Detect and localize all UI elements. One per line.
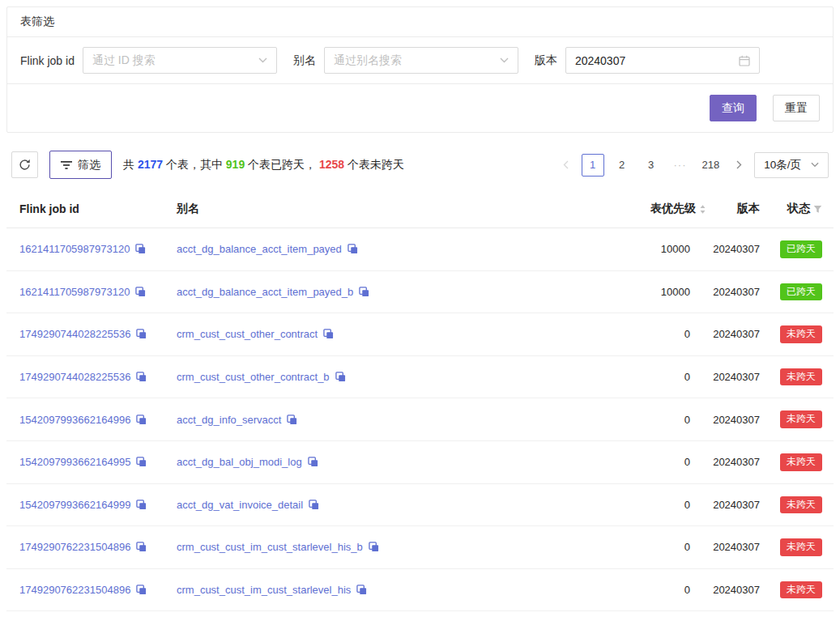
table-row: 1749290866069889024 acct_dg_staff_oper_l… [6,611,834,621]
table-row: 1542097993662164996 acct_dg_info_servacc… [6,398,834,441]
copy-alias-button[interactable] [323,329,334,339]
summary-total-count: 2177 [138,158,163,171]
pagination-page-1[interactable]: 1 [582,154,604,177]
row-priority: 0 [505,526,708,569]
copy-icon [356,585,367,595]
copy-alias-button[interactable] [308,457,318,467]
copy-icon [359,287,369,297]
table-row: 1749290744028225536 crm_cust_cust_other_… [6,313,834,356]
row-id-link[interactable]: 1621411705987973120 [19,243,130,255]
flink-job-id-select[interactable]: 通过 ID 搜索 [83,47,277,74]
row-alias-link[interactable]: acct_dg_info_servacct [177,414,281,426]
query-button[interactable]: 查询 [710,95,757,121]
toolbar: 筛选 共 2177 个表，其中 919 个表已跨天， 1258 个表未跨天 12… [6,151,834,179]
row-id-link[interactable]: 1749290762231504896 [19,541,130,553]
column-header-alias: 别名 [165,190,505,228]
sort-icon[interactable] [699,204,706,215]
copy-alias-button[interactable] [335,372,346,382]
row-version: 20240307 [708,270,765,313]
table-row: 1749290744028225536 crm_cust_cust_other_… [6,355,834,398]
copy-icon [136,500,147,510]
copy-id-button[interactable] [135,244,146,254]
status-badge: 未跨天 [780,325,822,343]
row-alias-link[interactable]: crm_cust_cust_im_cust_starlevel_his [177,584,351,596]
filter-card: 表筛选 Flink job id 通过 ID 搜索 别名 通过别名搜索 [6,6,834,133]
filter-funnel-icon[interactable] [813,205,822,214]
status-badge: 未跨天 [780,410,822,428]
pagination-ellipsis: ··· [669,154,692,177]
row-alias-link[interactable]: acct_dg_balance_acct_item_payed [177,243,342,255]
copy-id-button[interactable] [135,287,146,297]
column-header-version: 版本 [708,190,765,228]
row-alias-link[interactable]: crm_cust_cust_im_cust_starlevel_his_b [177,541,363,553]
refresh-icon [19,159,31,171]
pagination-page-3[interactable]: 3 [640,154,663,177]
pagination-page-218[interactable]: 218 [698,154,724,177]
refresh-button[interactable] [11,151,38,178]
page-size-select[interactable]: 10条/页 [754,152,829,178]
row-alias-link[interactable]: acct_dg_balance_acct_item_payed_b [177,286,353,298]
copy-alias-button[interactable] [287,415,297,425]
row-priority: 0 [505,611,708,621]
copy-id-button[interactable] [136,585,147,595]
row-priority: 10000 [505,228,708,271]
pagination: 123···218 10条/页 [557,152,829,178]
table-row: 1749290762231504896 crm_cust_cust_im_cus… [6,568,834,611]
copy-id-button[interactable] [136,542,147,552]
summary-crossed-count: 919 [226,158,245,171]
status-badge: 已跨天 [780,283,822,301]
pagination-prev-button[interactable] [557,154,575,177]
reset-button[interactable]: 重置 [773,95,820,121]
row-priority: 0 [505,313,708,356]
row-alias-link[interactable]: acct_dg_vat_invoice_detail [177,499,303,511]
copy-alias-button[interactable] [359,287,369,297]
row-id-link[interactable]: 1542097993662164995 [19,456,130,468]
filter-item-alias: 别名 通过别名搜索 [293,47,518,74]
alias-select[interactable]: 通过别名搜索 [324,47,518,74]
filter-toggle-button[interactable]: 筛选 [49,151,112,179]
row-id-link[interactable]: 1749290744028225536 [19,328,130,340]
status-badge: 未跨天 [780,368,822,386]
row-id-link[interactable]: 1749290744028225536 [19,371,130,383]
copy-id-button[interactable] [136,500,147,510]
version-date-input[interactable] [575,54,732,67]
row-id-link[interactable]: 1542097993662164996 [19,414,130,426]
copy-icon [136,457,147,467]
copy-icon [136,542,147,552]
copy-icon [135,287,146,297]
row-alias-link[interactable]: crm_cust_cust_other_contract_b [177,371,330,383]
row-priority: 0 [505,568,708,611]
filter-toggle-label: 筛选 [78,158,100,172]
pagination-page-2[interactable]: 2 [611,154,633,177]
row-id-link[interactable]: 1621411705987973120 [19,286,130,298]
row-id-link[interactable]: 1749290762231504896 [19,584,130,596]
row-priority: 0 [505,355,708,398]
row-version: 20240307 [708,440,765,483]
alias-label: 别名 [293,53,316,68]
column-header-flink-job-id: Flink job id [6,190,165,228]
page: 表筛选 Flink job id 通过 ID 搜索 别名 通过别名搜索 [0,0,840,621]
chevron-right-icon [736,160,742,169]
filter-row: Flink job id 通过 ID 搜索 别名 通过别名搜索 [7,37,833,84]
pagination-next-button[interactable] [730,154,748,177]
copy-alias-button[interactable] [309,500,319,510]
row-alias-link[interactable]: crm_cust_cust_other_contract [177,328,318,340]
copy-alias-button[interactable] [356,585,367,595]
copy-alias-button[interactable] [348,244,358,254]
table-row: 1542097993662164999 acct_dg_vat_invoice_… [6,483,834,526]
copy-id-button[interactable] [136,415,147,425]
copy-icon [369,542,379,552]
column-header-priority[interactable]: 表优先级 [505,190,708,228]
row-version: 20240307 [708,611,765,621]
row-alias-link[interactable]: acct_dg_bal_obj_modi_log [177,456,302,468]
copy-id-button[interactable] [136,372,147,382]
row-id-link[interactable]: 1542097993662164999 [19,499,130,511]
table-header-row: Flink job id 别名 表优先级 版本 [6,190,834,228]
copy-id-button[interactable] [136,329,147,339]
copy-alias-button[interactable] [369,542,379,552]
copy-id-button[interactable] [136,457,147,467]
row-priority: 0 [505,483,708,526]
copy-icon [136,415,147,425]
filter-lines-icon [61,160,72,170]
table-row: 1749290762231504896 crm_cust_cust_im_cus… [6,526,834,569]
